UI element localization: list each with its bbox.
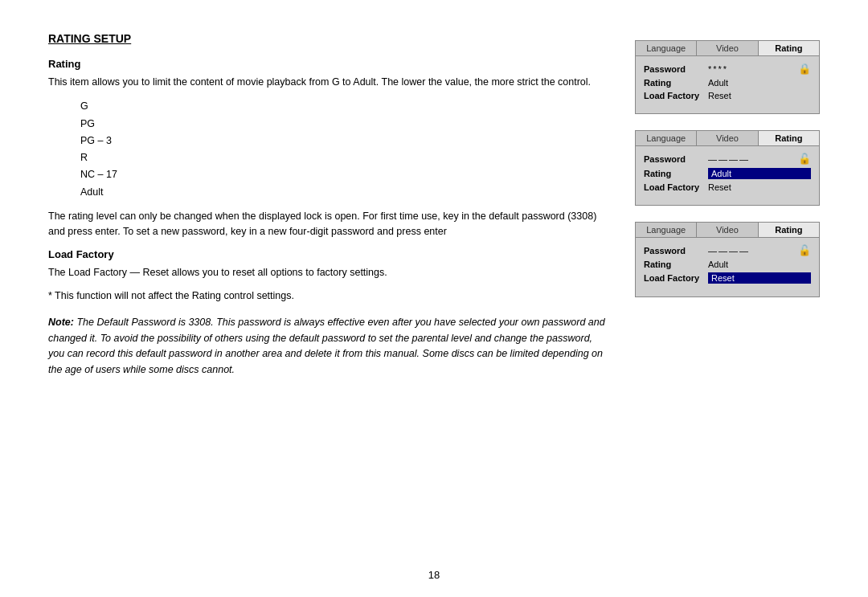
panel-3-row-rating: Rating Adult xyxy=(644,260,811,269)
right-panels: Language Video Rating Password **** 🔒 Ra… xyxy=(635,32,828,573)
panel-2: Language Video Rating Password ———— 🔓 Ra… xyxy=(635,130,820,206)
panel-1-row-password: Password **** 🔒 xyxy=(644,63,811,75)
panel-1-password-value: **** xyxy=(708,64,795,74)
panel-1-tab-language[interactable]: Language xyxy=(636,41,697,55)
panel-3-rating-label: Rating xyxy=(644,260,708,269)
panel-3-tab-video[interactable]: Video xyxy=(697,223,758,237)
panel-2-tab-language[interactable]: Language xyxy=(636,131,697,145)
page-number: 18 xyxy=(428,569,440,581)
panel-3: Language Video Rating Password ———— 🔓 Ra… xyxy=(635,222,820,297)
panel-2-rating-value: Adult xyxy=(708,168,811,179)
section-title: RATING SETUP xyxy=(48,32,611,45)
left-content: RATING SETUP Rating This item allows you… xyxy=(48,32,635,573)
list-item: Adult xyxy=(80,184,611,201)
panel-2-loadfactory-value: Reset xyxy=(708,182,811,192)
panel-3-lock-open-icon: 🔓 xyxy=(798,244,811,256)
panel-3-loadfactory-label: Load Factory xyxy=(644,273,708,283)
page-container: RATING SETUP Rating This item allows you… xyxy=(0,0,868,597)
panel-2-body: Password ———— 🔓 Rating Adult Load Factor… xyxy=(636,146,819,205)
rating-body1: This item allows you to limit the conten… xyxy=(48,75,611,90)
panel-3-loadfactory-value: Reset xyxy=(708,272,811,284)
panel-3-row-loadfactory: Load Factory Reset xyxy=(644,272,811,284)
list-item: PG – 3 xyxy=(80,133,611,149)
panel-1-lock-closed-icon: 🔒 xyxy=(798,63,811,75)
note-content: The Default Password is 3308. This passw… xyxy=(48,317,605,374)
panel-3-tab-language[interactable]: Language xyxy=(636,223,697,237)
panel-1-tabs: Language Video Rating xyxy=(636,41,819,56)
panel-2-row-loadfactory: Load Factory Reset xyxy=(644,182,811,192)
panel-1-tab-video[interactable]: Video xyxy=(697,41,758,55)
panel-2-lock-open-icon: 🔓 xyxy=(798,153,811,165)
panel-3-row-password: Password ———— 🔓 xyxy=(644,244,811,256)
panel-1-loadfactory-label: Load Factory xyxy=(644,91,708,100)
panel-3-password-label: Password xyxy=(644,246,708,256)
panel-1-body: Password **** 🔒 Rating Adult Load Factor… xyxy=(636,56,819,113)
panel-2-loadfactory-label: Load Factory xyxy=(644,182,708,192)
panel-1-password-label: Password xyxy=(644,64,708,74)
panel-2-password-value: ———— xyxy=(708,154,795,164)
panel-1-rating-label: Rating xyxy=(644,78,708,88)
list-item: G xyxy=(80,98,611,115)
rating-list: G PG PG – 3 R NC – 17 Adult xyxy=(80,98,611,201)
panel-2-row-password: Password ———— 🔓 xyxy=(644,153,811,165)
load-factory-body1: The Load Factory — Reset allows you to r… xyxy=(48,265,611,280)
panel-3-tab-rating[interactable]: Rating xyxy=(759,223,819,237)
panel-1: Language Video Rating Password **** 🔒 Ra… xyxy=(635,40,820,114)
panel-1-tab-rating[interactable]: Rating xyxy=(759,41,819,55)
panel-3-password-value: ———— xyxy=(708,246,795,256)
panel-2-tabs: Language Video Rating xyxy=(636,131,819,146)
panel-1-row-rating: Rating Adult xyxy=(644,78,811,88)
panel-2-tab-video[interactable]: Video xyxy=(697,131,758,145)
list-item: NC – 17 xyxy=(80,166,611,183)
panel-3-rating-value: Adult xyxy=(708,260,811,269)
load-factory-title: Load Factory xyxy=(48,248,611,260)
panel-2-rating-label: Rating xyxy=(644,169,708,178)
panel-2-row-rating: Rating Adult xyxy=(644,168,811,179)
panel-1-rating-value: Adult xyxy=(708,78,811,88)
list-item: R xyxy=(80,149,611,166)
rating-body2: The rating level can only be changed whe… xyxy=(48,209,611,240)
panel-1-loadfactory-value: Reset xyxy=(708,91,811,100)
panel-3-body: Password ———— 🔓 Rating Adult Load Factor… xyxy=(636,238,819,296)
note-text: Note: The Default Password is 3308. This… xyxy=(48,315,611,378)
note-label: Note: xyxy=(48,317,74,328)
panel-1-row-loadfactory: Load Factory Reset xyxy=(644,91,811,100)
rating-title: Rating xyxy=(48,58,611,70)
panel-2-password-label: Password xyxy=(644,154,708,164)
list-item: PG xyxy=(80,116,611,133)
load-factory-body2: * This function will not affect the Rati… xyxy=(48,288,611,304)
panel-2-tab-rating[interactable]: Rating xyxy=(759,131,819,145)
panel-3-tabs: Language Video Rating xyxy=(636,223,819,238)
